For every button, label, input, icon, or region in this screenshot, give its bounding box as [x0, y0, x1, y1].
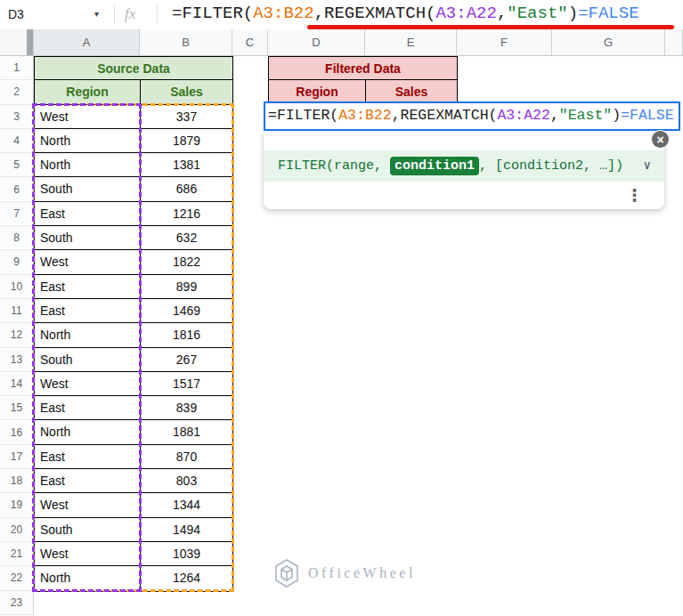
row-header-5[interactable]: 5 [0, 153, 34, 177]
row-header-14[interactable]: 14 [0, 372, 34, 396]
name-box-dropdown-icon[interactable]: ▾ [94, 0, 99, 28]
table-row: Filtered Data [269, 57, 457, 80]
table-row: Source Data [35, 57, 232, 80]
formula-token-range2: A3:A22 [435, 4, 496, 23]
close-formula-help-button[interactable]: × [652, 131, 669, 148]
row-header-18[interactable]: 18 [0, 469, 34, 493]
row-header-20[interactable]: 20 [0, 518, 34, 542]
row-header-22[interactable]: 22 [0, 566, 34, 590]
signature-pre: FILTER(range, [278, 158, 390, 174]
close-icon: × [656, 133, 663, 147]
spreadsheet-app: D3 ▾ fx =FILTER(A3:B22,REGEXMATCH(A3:A22… [0, 0, 683, 616]
column-header-B[interactable]: B [140, 29, 232, 56]
column-header-D[interactable]: D [268, 29, 365, 56]
row-header-13[interactable]: 13 [0, 348, 34, 372]
formula-token-plain: REGEXMATCH( [401, 107, 498, 124]
formula-token-plain: ) [568, 4, 578, 23]
row-header-21[interactable]: 21 [0, 542, 34, 566]
row-header-16[interactable]: 16 [0, 421, 34, 445]
formula-token-range1: A3:B22 [253, 4, 313, 23]
active-cell-reference: D3 [8, 0, 24, 28]
formula-token-plain: , [550, 107, 559, 124]
formula-token-plain: , [392, 107, 401, 124]
annotation-red-underline [307, 25, 674, 29]
formula-token-plain: , [314, 4, 324, 23]
formula-token-string: "East" [507, 4, 567, 23]
formula-token-plain: =FILTER( [172, 4, 253, 23]
frozen-pane-divider [27, 29, 33, 55]
signature-post: , [condition2, …]) [479, 158, 623, 174]
formula-signature: FILTER(range, condition1, [condition2, …… [264, 150, 664, 182]
row-header-1[interactable]: 1 [0, 56, 34, 80]
filtered-data-title[interactable]: Filtered Data [269, 57, 457, 79]
column-header-partial[interactable] [665, 29, 683, 56]
row-header-7[interactable]: 7 [0, 202, 34, 226]
row-header-3[interactable]: 3 [0, 105, 34, 129]
source-region-header[interactable]: Region [35, 80, 141, 103]
divider [114, 5, 115, 23]
formula-token-plain: REGEXMATCH( [324, 4, 435, 23]
row-header-11[interactable]: 11 [0, 299, 34, 323]
row-header-10[interactable]: 10 [0, 275, 34, 299]
filtered-data-table: Filtered DataRegionSales [268, 56, 458, 106]
formula-token-string: "East" [559, 107, 612, 124]
more-options-icon[interactable]: ⋮ [626, 183, 643, 207]
row-header-9[interactable]: 9 [0, 250, 34, 274]
chevron-down-icon[interactable]: ∨ [644, 150, 651, 182]
column-header-F[interactable]: F [457, 29, 552, 56]
help-card-footer: ⋮ [264, 182, 664, 209]
watermark-text: OfficeWheel [308, 565, 416, 581]
watermark: OfficeWheel [272, 557, 416, 589]
table-row: RegionSales [35, 80, 232, 104]
column-header-G[interactable]: G [552, 29, 665, 56]
column-header-E[interactable]: E [365, 29, 457, 56]
fx-icon: fx [125, 0, 135, 28]
column-header-A[interactable]: A [34, 29, 140, 56]
formula-token-plain: , [497, 4, 507, 23]
formula-token-range2: A3:A22 [497, 107, 549, 124]
row-header-23[interactable]: 23 [0, 591, 34, 615]
divider [157, 5, 158, 23]
cell-formula-text: =FILTER(A3:B22,REGEXMATCH(A3:A22,"East")… [268, 103, 674, 129]
range-highlight-a3-a22[interactable] [32, 103, 142, 592]
source-sales-header[interactable]: Sales [141, 80, 232, 103]
name-box[interactable]: D3 ▾ [0, 0, 114, 28]
officewheel-logo-icon [272, 558, 301, 588]
formula-token-bool: =FALSE [621, 107, 673, 124]
formula-token-bool: =FALSE [578, 4, 638, 23]
select-all-corner[interactable] [0, 29, 34, 56]
column-header-C[interactable]: C [232, 29, 268, 56]
row-header-8[interactable]: 8 [0, 226, 34, 250]
row-header-19[interactable]: 19 [0, 493, 34, 517]
formula-token-plain: ) [612, 107, 621, 124]
row-header-15[interactable]: 15 [0, 396, 34, 420]
source-data-title[interactable]: Source Data [35, 57, 232, 79]
row-header-4[interactable]: 4 [0, 129, 34, 153]
row-header-2[interactable]: 2 [0, 80, 34, 104]
signature-active-arg: condition1 [390, 157, 479, 175]
row-header-12[interactable]: 12 [0, 323, 34, 347]
formula-help-card: FILTER(range, condition1, [condition2, …… [264, 131, 664, 209]
formula-token-plain: =FILTER( [268, 107, 338, 124]
row-header-17[interactable]: 17 [0, 445, 34, 469]
row-header-6[interactable]: 6 [0, 178, 34, 202]
formula-token-range1: A3:B22 [338, 107, 391, 124]
cell-editor[interactable]: =FILTER(A3:B22,REGEXMATCH(A3:A22,"East")… [264, 101, 680, 131]
